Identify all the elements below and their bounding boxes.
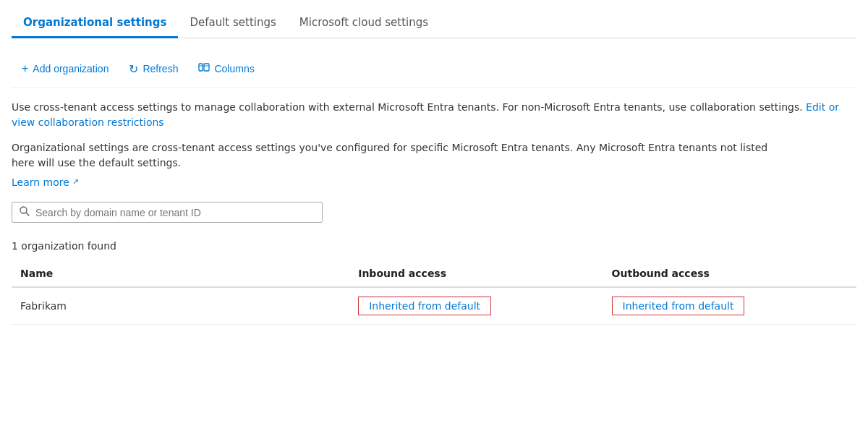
- search-icon: [20, 206, 30, 218]
- organizations-table: Name Inbound access Outbound access Fabr…: [12, 260, 856, 325]
- svg-rect-0: [199, 64, 203, 71]
- plus-icon: +: [22, 62, 28, 75]
- search-input[interactable]: [35, 207, 315, 218]
- svg-line-5: [26, 213, 29, 216]
- external-link-icon: ↗: [72, 176, 79, 189]
- tab-ms-cloud-settings[interactable]: Microsoft cloud settings: [288, 9, 440, 38]
- search-container: [12, 202, 856, 223]
- search-box: [12, 202, 323, 223]
- tab-org-settings[interactable]: Organizational settings: [12, 9, 178, 38]
- learn-more-link[interactable]: Learn more ↗: [12, 175, 79, 190]
- outbound-inherited-link[interactable]: Inherited from default: [612, 297, 745, 315]
- columns-icon: [198, 61, 210, 76]
- toolbar: + Add organization ↻ Refresh Columns: [12, 50, 856, 88]
- info-text-block: Use cross-tenant access settings to mana…: [12, 100, 856, 130]
- table-header-row: Name Inbound access Outbound access: [12, 260, 856, 287]
- org-name-cell: Fabrikam: [12, 287, 349, 325]
- inbound-access-cell: Inherited from default: [349, 287, 603, 325]
- tab-default-settings[interactable]: Default settings: [178, 9, 287, 38]
- columns-button[interactable]: Columns: [188, 57, 264, 80]
- outbound-access-cell: Inherited from default: [603, 287, 856, 325]
- info-text-block-2: Organizational settings are cross-tenant…: [12, 140, 856, 190]
- inbound-inherited-link[interactable]: Inherited from default: [358, 297, 491, 315]
- col-header-outbound: Outbound access: [603, 260, 856, 287]
- col-header-name: Name: [12, 260, 349, 287]
- add-organization-button[interactable]: + Add organization: [12, 58, 119, 80]
- col-header-inbound: Inbound access: [349, 260, 603, 287]
- results-count: 1 organization found: [12, 240, 856, 252]
- table-row: FabrikamInherited from defaultInherited …: [12, 287, 856, 325]
- svg-rect-1: [204, 64, 209, 71]
- tabs-bar: Organizational settings Default settings…: [12, 0, 856, 38]
- refresh-icon: ↻: [129, 62, 138, 76]
- refresh-button[interactable]: ↻ Refresh: [119, 58, 188, 80]
